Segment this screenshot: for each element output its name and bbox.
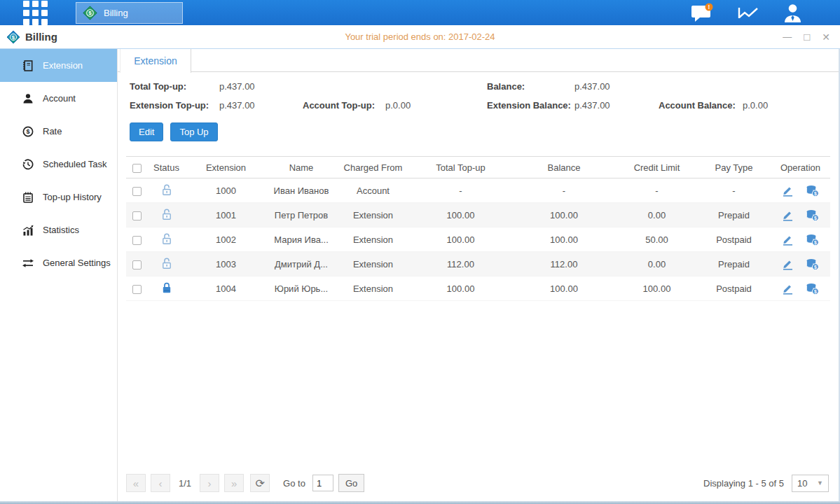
refresh-button[interactable]: ⟳ bbox=[250, 474, 270, 492]
badge-exclamation: ! bbox=[708, 4, 710, 10]
table-row[interactable]: 1003Дмитрий Д...Extension112.00112.000.0… bbox=[126, 252, 830, 276]
extension-topup-label: Extension Top-up: bbox=[130, 100, 219, 111]
notifications-chat-icon[interactable]: ! bbox=[690, 3, 714, 23]
sidebar-label: Extension bbox=[43, 60, 83, 71]
balance-cell: 100.00 bbox=[511, 227, 617, 252]
col-total-topup: Total Top-up bbox=[410, 157, 511, 178]
col-name: Name bbox=[266, 157, 336, 178]
sidebar-item-account[interactable]: Account bbox=[0, 82, 117, 115]
topup-coins-icon[interactable]: $ bbox=[806, 185, 819, 197]
table-row[interactable]: 1004Юрий Юрь...Extension100.00100.00100.… bbox=[126, 276, 830, 301]
total-topup-cell: 100.00 bbox=[410, 227, 511, 252]
edit-pencil-icon[interactable] bbox=[782, 283, 794, 295]
row-checkbox[interactable] bbox=[132, 187, 142, 196]
pay-type-cell: Prepaid bbox=[697, 203, 771, 227]
table-row[interactable]: 1001Петр ПетровExtension100.00100.000.00… bbox=[126, 203, 830, 227]
sidebar-item-statistics[interactable]: Statistics bbox=[0, 214, 117, 246]
edit-pencil-icon[interactable] bbox=[782, 185, 794, 197]
lock-open-icon bbox=[161, 257, 172, 270]
account-topup-value: p.0.00 bbox=[385, 100, 487, 111]
sidebar-item-scheduled-task[interactable]: Scheduled Task bbox=[0, 148, 117, 181]
col-charged-from: Charged From bbox=[336, 157, 410, 178]
taskbar-tab-label: Billing bbox=[104, 8, 128, 18]
topup-coins-icon[interactable]: $ bbox=[806, 234, 819, 246]
next-page-button[interactable]: › bbox=[200, 474, 219, 492]
table-row[interactable]: 1000Иван ИвановAccount----$ bbox=[126, 178, 830, 203]
top-up-button[interactable]: Top Up bbox=[170, 122, 217, 141]
edit-button[interactable]: Edit bbox=[130, 122, 163, 141]
col-credit-limit: Credit Limit bbox=[617, 157, 697, 178]
tab-extension[interactable]: Extension bbox=[120, 49, 191, 73]
lock-closed-icon bbox=[161, 281, 172, 294]
window-titlebar: Your trial period ends on: 2017-02-24 $ … bbox=[0, 25, 840, 49]
goto-label: Go to bbox=[283, 478, 305, 489]
billing-app-icon: $ bbox=[6, 30, 20, 44]
page-indicator: 1/1 bbox=[179, 478, 191, 489]
table-row[interactable]: 1002Мария Ива...Extension100.00100.0050.… bbox=[126, 227, 830, 252]
user-account-icon[interactable] bbox=[782, 3, 804, 22]
col-balance: Balance bbox=[511, 157, 617, 178]
sidebar-item-topup-history[interactable]: Top-up History bbox=[0, 181, 117, 214]
maximize-icon[interactable]: □ bbox=[804, 31, 810, 42]
name-cell: Петр Петров bbox=[266, 203, 336, 227]
balance-cell: 100.00 bbox=[511, 203, 617, 227]
svg-text:$: $ bbox=[814, 215, 817, 220]
extension-cell: 1001 bbox=[186, 203, 266, 227]
goto-page-input[interactable] bbox=[312, 475, 333, 491]
tab-bar: Extension bbox=[118, 49, 839, 72]
prev-page-button[interactable]: ‹ bbox=[151, 474, 170, 492]
pay-type-cell: - bbox=[697, 178, 771, 203]
credit-limit-cell: 100.00 bbox=[617, 276, 697, 301]
close-icon[interactable]: ✕ bbox=[822, 32, 830, 42]
lock-open-icon bbox=[161, 232, 172, 245]
operation-cell: $ bbox=[771, 209, 830, 221]
balance-value: p.437.00 bbox=[574, 81, 659, 92]
extension-cell: 1002 bbox=[186, 227, 266, 252]
extension-book-icon bbox=[22, 60, 34, 71]
page-size-select[interactable]: 10 ▼ bbox=[792, 475, 829, 492]
topup-coins-icon[interactable]: $ bbox=[806, 283, 819, 295]
operation-cell: $ bbox=[771, 185, 830, 197]
general-settings-arrows-icon bbox=[22, 258, 34, 269]
charged-from-cell: Extension bbox=[336, 227, 410, 252]
first-page-button[interactable]: « bbox=[126, 474, 146, 492]
apps-grid-icon[interactable] bbox=[23, 1, 48, 25]
operation-cell: $ bbox=[771, 283, 830, 295]
account-topup-label: Account Top-up: bbox=[303, 100, 385, 111]
sidebar-label: Scheduled Task bbox=[43, 159, 107, 169]
row-checkbox[interactable] bbox=[132, 260, 142, 270]
balance-label: Balance: bbox=[487, 81, 574, 92]
operation-cell: $ bbox=[771, 234, 830, 246]
pay-type-cell: Prepaid bbox=[697, 252, 771, 276]
sidebar-item-general-settings[interactable]: General Settings bbox=[0, 246, 117, 279]
row-checkbox[interactable] bbox=[132, 285, 142, 294]
sidebar-label: General Settings bbox=[43, 258, 111, 268]
edit-pencil-icon[interactable] bbox=[782, 209, 794, 221]
last-page-button[interactable]: » bbox=[224, 474, 244, 492]
taskbar-tab-billing[interactable]: $ Billing bbox=[76, 2, 183, 24]
col-extension: Extension bbox=[186, 157, 266, 178]
minimize-icon[interactable]: — bbox=[783, 32, 792, 41]
sidebar-item-rate[interactable]: $ Rate bbox=[0, 115, 117, 148]
sidebar-item-extension[interactable]: Extension bbox=[0, 49, 117, 82]
pay-type-cell: Postpaid bbox=[697, 227, 771, 252]
topup-coins-icon[interactable]: $ bbox=[806, 209, 819, 221]
topup-coins-icon[interactable]: $ bbox=[806, 258, 819, 270]
scheduled-task-clock-icon bbox=[22, 159, 34, 170]
status-cell bbox=[147, 252, 186, 276]
go-button[interactable]: Go bbox=[338, 474, 364, 492]
extension-cell: 1000 bbox=[186, 178, 266, 203]
edit-pencil-icon[interactable] bbox=[782, 234, 794, 246]
extensions-table: Status Extension Name Charged From Total… bbox=[126, 156, 830, 301]
svg-text:$: $ bbox=[26, 128, 29, 135]
col-status: Status bbox=[147, 157, 186, 178]
row-checkbox[interactable] bbox=[132, 236, 142, 245]
lock-open-icon bbox=[161, 183, 172, 196]
select-all-checkbox[interactable] bbox=[132, 164, 142, 173]
total-topup-cell: 100.00 bbox=[410, 276, 511, 301]
credit-limit-cell: 0.00 bbox=[617, 252, 697, 276]
edit-pencil-icon[interactable] bbox=[782, 258, 794, 270]
row-checkbox[interactable] bbox=[132, 211, 142, 220]
statistics-chart-icon[interactable] bbox=[736, 4, 759, 22]
statistics-bars-icon bbox=[22, 225, 34, 236]
